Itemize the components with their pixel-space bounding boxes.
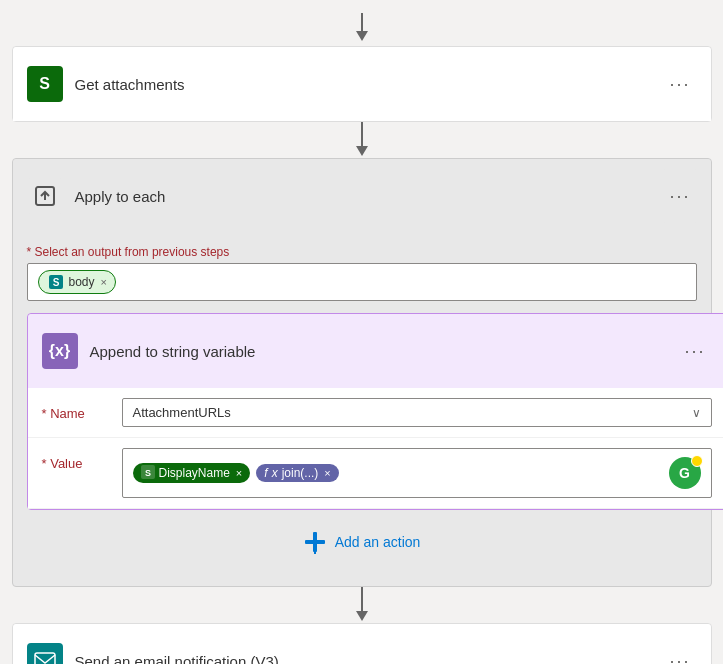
apply-each-header: Apply to each ···	[13, 159, 711, 233]
name-field-row: * Name AttachmentURLs ∨	[28, 388, 724, 438]
get-attachments-title: Get attachments	[75, 76, 664, 93]
value-field-content: S DisplayName × f x join(...)	[122, 448, 712, 498]
svg-marker-14	[356, 611, 368, 621]
add-action-label: Add an action	[335, 534, 421, 550]
name-field-label: * Name	[42, 398, 122, 421]
append-more-dots: ···	[684, 341, 705, 362]
output-field-label: * Select an output from previous steps	[27, 245, 697, 259]
fx-icon-x: x	[272, 466, 278, 480]
add-action-area: Add an action	[27, 510, 697, 574]
send-email-icon	[27, 643, 63, 664]
displayname-token: S DisplayName ×	[133, 463, 251, 483]
send-email-header: Send an email notification (V3) ···	[13, 624, 711, 664]
body-token-close[interactable]: ×	[101, 276, 107, 288]
arrow-2	[352, 587, 372, 623]
arrow-1	[352, 122, 372, 158]
send-email-title: Send an email notification (V3)	[75, 653, 664, 665]
displayname-token-label: DisplayName	[159, 466, 230, 480]
append-icon-char: {x}	[49, 342, 70, 360]
get-attachments-card: S Get attachments ···	[12, 46, 712, 122]
svg-text:S: S	[52, 277, 59, 288]
get-attachments-more-dots: ···	[669, 74, 690, 95]
add-action-button[interactable]: Add an action	[303, 530, 421, 554]
displayname-token-close[interactable]: ×	[236, 467, 242, 479]
output-token-input[interactable]: S body ×	[27, 263, 697, 301]
name-dropdown-text: AttachmentURLs	[133, 405, 231, 420]
send-email-card: Send an email notification (V3) ···	[12, 623, 712, 664]
displayname-token-sp-icon: S	[141, 465, 155, 481]
join-token-fx-icon: f	[264, 466, 267, 480]
name-dropdown[interactable]: AttachmentURLs ∨	[122, 398, 712, 427]
grammarly-icon: G	[679, 465, 690, 481]
join-token: f x join(...) ×	[256, 464, 338, 482]
svg-marker-1	[356, 31, 368, 41]
value-field-label: * Value	[42, 448, 122, 471]
append-card-header: {x} Append to string variable ···	[28, 314, 724, 388]
apply-each-more-btn[interactable]: ···	[663, 169, 696, 223]
svg-rect-11	[313, 532, 317, 552]
append-icon: {x}	[42, 333, 78, 369]
apply-each-more-dots: ···	[669, 186, 690, 207]
join-token-label: join(...)	[282, 466, 319, 480]
body-token-label: body	[69, 275, 95, 289]
svg-text:S: S	[144, 468, 150, 478]
send-email-more-btn[interactable]: ···	[663, 634, 696, 664]
name-field-content: AttachmentURLs ∨	[122, 398, 712, 427]
value-field-row: * Value S Display	[28, 438, 724, 509]
svg-marker-3	[356, 146, 368, 156]
append-body: * Name AttachmentURLs ∨ * Value	[28, 388, 724, 509]
chevron-down-icon: ∨	[692, 406, 701, 420]
get-attachments-icon: S	[27, 66, 63, 102]
send-email-more-dots: ···	[669, 651, 690, 665]
append-title: Append to string variable	[90, 343, 679, 360]
grammarly-button[interactable]: G	[669, 457, 701, 489]
apply-each-title: Apply to each	[75, 188, 664, 205]
apply-each-icon	[27, 178, 63, 214]
apply-each-body: * Select an output from previous steps S…	[13, 233, 711, 586]
value-input[interactable]: S DisplayName × f x join(...)	[122, 448, 712, 498]
body-token-sp-icon: S	[47, 273, 65, 291]
top-arrow	[352, 10, 372, 46]
get-attachments-header: S Get attachments ···	[13, 47, 711, 121]
get-attachments-more-btn[interactable]: ···	[663, 57, 696, 111]
grammarly-badge	[691, 455, 703, 467]
append-more-btn[interactable]: ···	[678, 324, 711, 378]
add-action-icon	[303, 530, 327, 554]
body-token: S body ×	[38, 270, 116, 294]
join-token-close[interactable]: ×	[324, 467, 330, 479]
apply-each-card: Apply to each ··· * Select an output fro…	[12, 158, 712, 587]
append-card: {x} Append to string variable ··· * Name…	[27, 313, 724, 510]
